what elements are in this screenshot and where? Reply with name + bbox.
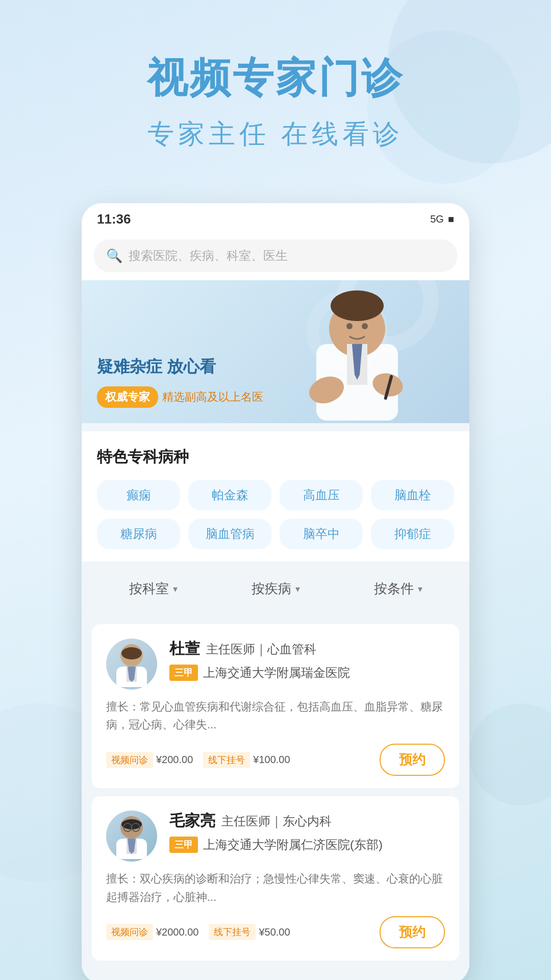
appt-btn-0[interactable]: 预约 bbox=[380, 744, 445, 776]
doctor-avatar-1 bbox=[106, 811, 157, 862]
filter-by-disease[interactable]: 按疾病 ▾ bbox=[214, 572, 337, 606]
diseases-section: 特色专科病种 癫痫 帕金森 高血压 脑血栓 糖尿病 脑血管病 脑卒中 抑郁症 bbox=[82, 431, 469, 561]
banner-tag-label: 权威专家 bbox=[97, 386, 158, 408]
search-bar[interactable]: 🔍 搜索医院、疾病、科室、医生 bbox=[94, 239, 457, 272]
doctor-name-row-1: 毛家亮 主任医师｜东心内科 bbox=[169, 811, 445, 831]
filter-by-condition[interactable]: 按条件 ▾ bbox=[337, 572, 459, 606]
doctor-header-0: 杜萱 主任医师｜心血管科 三甲 上海交通大学附属瑞金医院 bbox=[106, 639, 445, 690]
header-section: 视频专家门诊 专家主任 在线看诊 bbox=[0, 0, 551, 183]
video-price-value-1: ¥2000.00 bbox=[156, 926, 198, 938]
hospital-name-1: 上海交通大学附属仁济医院(东部) bbox=[203, 837, 383, 853]
doctor-info-1: 毛家亮 主任医师｜东心内科 三甲 上海交通大学附属仁济医院(东部) bbox=[169, 811, 445, 858]
filter-by-department[interactable]: 按科室 ▾ bbox=[92, 572, 214, 606]
hospital-row-1: 三甲 上海交通大学附属仁济医院(东部) bbox=[169, 837, 445, 853]
offline-price-label-0: 线下挂号 bbox=[203, 752, 250, 768]
network-icon: 5G bbox=[430, 213, 444, 225]
appt-btn-1[interactable]: 预约 bbox=[380, 916, 445, 948]
status-icons: 5G ■ bbox=[430, 213, 454, 225]
bg-decoration-4 bbox=[469, 703, 551, 805]
doctor-title-1: 主任医师｜东心内科 bbox=[221, 813, 332, 829]
doctor-name-row-0: 杜萱 主任医师｜心血管科 bbox=[169, 639, 445, 659]
disease-tag-0[interactable]: 癫痫 bbox=[97, 480, 180, 510]
banner-text-block: 疑难杂症 放心看 权威专家 精选副高及以上名医 bbox=[97, 356, 263, 408]
phone-mockup: 11:36 5G ■ 🔍 搜索医院、疾病、科室、医生 bbox=[82, 203, 469, 980]
svg-point-11 bbox=[121, 647, 142, 659]
hospital-badge-0: 三甲 bbox=[169, 665, 198, 681]
banner-tag-desc: 精选副高及以上名医 bbox=[162, 389, 263, 405]
battery-icon: ■ bbox=[448, 213, 454, 225]
doctor-title-0: 主任医师｜心血管科 bbox=[206, 641, 316, 657]
filter-condition-arrow: ▾ bbox=[418, 583, 422, 595]
doctor-card-0: 杜萱 主任医师｜心血管科 三甲 上海交通大学附属瑞金医院 擅长：常见心血管疾病和… bbox=[92, 624, 459, 788]
doctor-header-1: 毛家亮 主任医师｜东心内科 三甲 上海交通大学附属仁济医院(东部) bbox=[106, 811, 445, 862]
disease-tag-2[interactable]: 高血压 bbox=[280, 480, 363, 510]
filter-department-arrow: ▾ bbox=[173, 583, 178, 595]
disease-tag-7[interactable]: 抑郁症 bbox=[371, 519, 454, 549]
doctor-footer-1: 视频问诊 ¥2000.00 线下挂号 ¥50.00 预约 bbox=[106, 916, 445, 948]
disease-grid: 癫痫 帕金森 高血压 脑血栓 糖尿病 脑血管病 脑卒中 抑郁症 bbox=[97, 480, 454, 549]
disease-tag-1[interactable]: 帕金森 bbox=[188, 480, 271, 510]
banner-tag: 权威专家 精选副高及以上名医 bbox=[97, 386, 263, 408]
price-row-0: 视频问诊 ¥200.00 线下挂号 ¥100.00 bbox=[106, 752, 290, 768]
video-price-label-1: 视频问诊 bbox=[106, 924, 153, 940]
doctor-info-0: 杜萱 主任医师｜心血管科 三甲 上海交通大学附属瑞金医院 bbox=[169, 639, 445, 686]
doctor-illustration bbox=[286, 283, 429, 421]
status-bar: 11:36 5G ■ bbox=[82, 203, 469, 231]
diseases-section-title: 特色专科病种 bbox=[97, 447, 454, 468]
video-price-value-0: ¥200.00 bbox=[156, 754, 193, 766]
disease-tag-4[interactable]: 糖尿病 bbox=[97, 519, 180, 549]
doctor-card-1: 毛家亮 主任医师｜东心内科 三甲 上海交通大学附属仁济医院(东部) 擅长：双心疾… bbox=[92, 796, 459, 960]
search-bar-container: 🔍 搜索医院、疾病、科室、医生 bbox=[82, 231, 469, 280]
svg-point-2 bbox=[331, 290, 384, 321]
filter-disease-arrow: ▾ bbox=[295, 583, 300, 595]
doctor-list: 杜萱 主任医师｜心血管科 三甲 上海交通大学附属瑞金医院 擅长：常见心血管疾病和… bbox=[82, 616, 469, 969]
disease-tag-5[interactable]: 脑血管病 bbox=[188, 519, 271, 549]
sub-title: 专家主任 在线看诊 bbox=[31, 116, 520, 152]
doctor-avatar-0 bbox=[106, 639, 157, 690]
video-price-label-0: 视频问诊 bbox=[106, 752, 153, 768]
doctor-name-0: 杜萱 bbox=[169, 639, 200, 659]
filter-bar: 按科室 ▾ 按疾病 ▾ 按条件 ▾ bbox=[82, 561, 469, 616]
filter-department-label: 按科室 bbox=[129, 580, 169, 598]
status-time: 11:36 bbox=[97, 211, 131, 227]
disease-tag-3[interactable]: 脑血栓 bbox=[371, 480, 454, 510]
main-title: 视频专家门诊 bbox=[31, 51, 520, 106]
search-icon: 🔍 bbox=[106, 248, 122, 264]
search-placeholder: 搜索医院、疾病、科室、医生 bbox=[129, 248, 288, 264]
banner-card: 疑难杂症 放心看 权威专家 精选副高及以上名医 bbox=[82, 280, 469, 423]
hospital-row-0: 三甲 上海交通大学附属瑞金医院 bbox=[169, 665, 445, 681]
offline-price-1: 线下挂号 ¥50.00 bbox=[209, 924, 290, 940]
doctor-footer-0: 视频问诊 ¥200.00 线下挂号 ¥100.00 预约 bbox=[106, 744, 445, 776]
offline-price-0: 线下挂号 ¥100.00 bbox=[203, 752, 290, 768]
filter-disease-label: 按疾病 bbox=[252, 580, 291, 598]
offline-price-value-0: ¥100.00 bbox=[253, 754, 290, 766]
hospital-badge-1: 三甲 bbox=[169, 837, 198, 853]
video-price-1: 视频问诊 ¥2000.00 bbox=[106, 924, 198, 940]
doctor-desc-1: 擅长：双心疾病的诊断和治疗；急慢性心律失常、窦速、心衰的心脏起搏器治疗，心脏神.… bbox=[106, 870, 445, 905]
doctor-desc-0: 擅长：常见心血管疾病和代谢综合征，包括高血压、血脂异常、糖尿病，冠心病、心律失.… bbox=[106, 698, 445, 733]
banner-main-text: 疑难杂症 放心看 bbox=[97, 356, 263, 378]
banner-doctor-image bbox=[276, 280, 439, 423]
filter-condition-label: 按条件 bbox=[374, 580, 414, 598]
hospital-name-0: 上海交通大学附属瑞金医院 bbox=[203, 665, 350, 681]
svg-point-9 bbox=[362, 323, 368, 329]
price-row-1: 视频问诊 ¥2000.00 线下挂号 ¥50.00 bbox=[106, 924, 290, 940]
disease-tag-6[interactable]: 脑卒中 bbox=[280, 519, 363, 549]
offline-price-label-1: 线下挂号 bbox=[209, 924, 256, 940]
offline-price-value-1: ¥50.00 bbox=[259, 926, 290, 938]
banner-inner: 疑难杂症 放心看 权威专家 精选副高及以上名医 bbox=[82, 280, 469, 423]
svg-point-8 bbox=[346, 323, 353, 329]
doctor-name-1: 毛家亮 bbox=[169, 811, 215, 831]
video-price-0: 视频问诊 ¥200.00 bbox=[106, 752, 193, 768]
